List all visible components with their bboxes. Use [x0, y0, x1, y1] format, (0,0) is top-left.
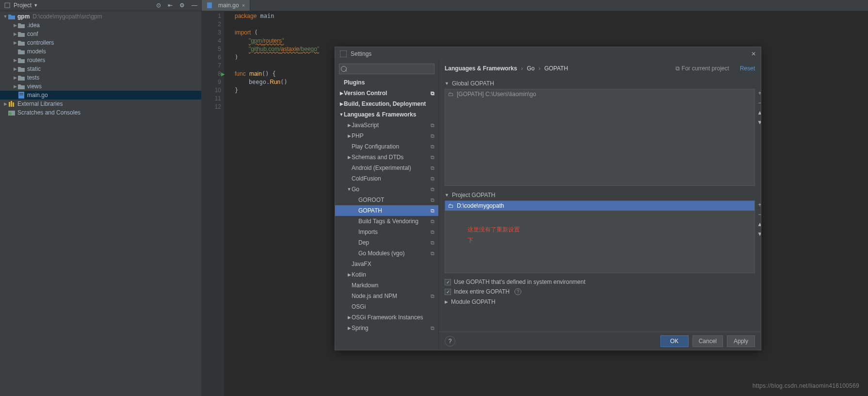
dialog-footer: ? OK Cancel Apply [439, 331, 761, 350]
nav-lang[interactable]: ▼Languages & Frameworks [335, 109, 438, 120]
scope-icon: ⧉ [431, 250, 434, 257]
run-gutter-icon[interactable]: ▶ [221, 70, 225, 78]
chevron-right-icon[interactable]: ▶ [13, 84, 17, 89]
nav-android[interactable]: Android (Experimental)⧉ [335, 163, 438, 173]
tree-root[interactable]: ▼ gpm D:\code\mygopath\src\gpm [0, 12, 201, 21]
dialog-titlebar[interactable]: Settings ✕ [335, 47, 761, 61]
project-gopath-list[interactable]: 🗀D:\code\mygopath 这里没有了重新设置下 + − ▲ ▼ [445, 200, 755, 273]
chevron-right-icon[interactable]: ▶ [13, 40, 17, 45]
settings-search-input[interactable] [339, 64, 434, 74]
external-libraries[interactable]: ▶External Libraries [0, 99, 201, 108]
help-button[interactable]: ? [445, 336, 455, 346]
cancel-button[interactable]: Cancel [692, 335, 723, 347]
nav-build[interactable]: ▶Build, Execution, Deployment [335, 99, 438, 109]
tree-folder[interactable]: ▶.idea [0, 21, 201, 30]
ok-button[interactable]: OK [660, 335, 689, 347]
scope-icon: ⧉ [431, 176, 434, 182]
apply-button[interactable]: Apply [727, 335, 755, 347]
nav-vgo[interactable]: Go Modules (vgo)⧉ [335, 248, 438, 259]
folder-icon [17, 83, 25, 89]
nav-schemas[interactable]: ▶Schemas and DTDs⧉ [335, 152, 438, 163]
project-gopath-head[interactable]: ▼Project GOPATH [445, 190, 755, 200]
scope-icon: ⧉ [431, 293, 434, 299]
nav-cold[interactable]: ColdFusion⧉ [335, 173, 438, 184]
down-icon[interactable]: ▼ [757, 118, 761, 126]
global-gopath-list[interactable]: 🗀[GOPATH] C:\Users\liaomin\go + − ▲ ▼ [445, 89, 755, 186]
chevron-right-icon[interactable]: ▶ [13, 66, 17, 71]
tree-folder[interactable]: ▶views [0, 82, 201, 91]
remove-icon[interactable]: − [758, 99, 761, 107]
nav-javafx[interactable]: JavaFX [335, 259, 438, 269]
nav-plugins[interactable]: Plugins [335, 77, 438, 88]
folder-icon [17, 57, 25, 63]
checkbox-checked-icon[interactable]: ✓ [445, 289, 451, 295]
chevron-right-icon[interactable]: ▶ [13, 75, 17, 80]
checkbox-checked-icon[interactable]: ✓ [445, 279, 451, 285]
nav-markdown[interactable]: Markdown [335, 280, 438, 291]
tree-folder[interactable]: ▶models [0, 47, 201, 56]
use-system-gopath-checkbox[interactable]: ✓Use GOPATH that's defined in system env… [445, 277, 755, 287]
nav-node[interactable]: Node.js and NPM⧉ [335, 291, 438, 301]
nav-goroot[interactable]: GOROOT⧉ [335, 195, 438, 205]
hide-icon[interactable]: — [192, 2, 197, 9]
nav-osgi[interactable]: OSGi [335, 301, 438, 312]
nav-dep[interactable]: Dep⧉ [335, 237, 438, 248]
tree-folder[interactable]: ▶tests [0, 73, 201, 82]
chevron-right-icon[interactable]: ▶ [13, 23, 17, 28]
tree-folder[interactable]: ▶routers [0, 56, 201, 65]
tree-folder[interactable]: ▶controllers [0, 38, 201, 47]
reset-link[interactable]: Reset [740, 65, 755, 72]
nav-play[interactable]: Play Configuration⧉ [335, 141, 438, 152]
close-icon[interactable]: × [242, 2, 245, 8]
up-icon[interactable]: ▲ [757, 109, 761, 116]
module-gopath-head[interactable]: ▶Module GOPATH [445, 297, 755, 307]
tree-folder[interactable]: ▶static [0, 65, 201, 73]
nav-spring[interactable]: ▶Spring⧉ [335, 323, 438, 333]
add-icon[interactable]: + [758, 89, 761, 97]
nav-kotlin[interactable]: ▶Kotlin [335, 269, 438, 280]
project-tool-title[interactable]: Project [14, 2, 32, 9]
list-item[interactable]: 🗀D:\code\mygopath [445, 201, 755, 211]
close-icon[interactable]: ✕ [751, 50, 756, 57]
svg-rect-0 [5, 3, 10, 8]
nav-osgifw[interactable]: ▶OSGi Framework Instances [335, 312, 438, 323]
down-icon[interactable]: ▼ [757, 230, 761, 238]
chevron-right-icon[interactable]: ▶ [13, 58, 17, 63]
locate-icon[interactable]: ⊙ [156, 2, 161, 9]
tree-folder[interactable]: ▶conf [0, 30, 201, 38]
index-gopath-checkbox[interactable]: ✓Index entire GOPATH? [445, 287, 755, 297]
nav-go[interactable]: ▼Go⧉ [335, 184, 438, 195]
up-icon[interactable]: ▲ [757, 220, 761, 228]
help-icon[interactable]: ? [514, 288, 521, 295]
scope-icon: ⧉ [431, 154, 434, 161]
nav-tags[interactable]: Build Tags & Vendoring⧉ [335, 216, 438, 227]
library-icon [8, 101, 16, 107]
settings-icon[interactable]: ⚙ [179, 2, 185, 9]
nav-imports[interactable]: Imports⧉ [335, 227, 438, 237]
remove-icon[interactable]: − [758, 211, 761, 218]
global-gopath-head[interactable]: ▼Global GOPATH [445, 78, 755, 89]
nav-vcs[interactable]: ▶Version Control⧉ [335, 88, 438, 99]
project-tool-header: Project ▼ ⊙ ⇤ ⚙ — [0, 0, 201, 11]
settings-nav-list[interactable]: Plugins ▶Version Control⧉ ▶Build, Execut… [335, 77, 438, 350]
add-icon[interactable]: + [758, 201, 761, 209]
dropdown-icon[interactable]: ▼ [33, 3, 38, 8]
editor-tab[interactable]: main.go × [202, 0, 250, 11]
scope-icon: ⧉ [431, 325, 434, 331]
folder-icon [17, 49, 25, 54]
nav-php[interactable]: ▶PHP⧉ [335, 131, 438, 141]
gopath-panel: ▼Global GOPATH 🗀[GOPATH] C:\Users\liaomi… [439, 76, 761, 331]
project-tree[interactable]: ▼ gpm D:\code\mygopath\src\gpm ▶.idea ▶c… [0, 11, 201, 396]
for-project-label: ⧉For current project [675, 65, 729, 72]
nav-js[interactable]: ▶JavaScript⧉ [335, 120, 438, 131]
scope-icon: ⧉ [431, 186, 434, 193]
nav-gopath[interactable]: GOPATH⧉ [335, 205, 438, 216]
tree-file-selected[interactable]: ▶main.go [0, 91, 201, 99]
settings-nav: Plugins ▶Version Control⧉ ▶Build, Execut… [335, 61, 439, 350]
chevron-right-icon[interactable]: ▶ [3, 101, 8, 106]
chevron-down-icon[interactable]: ▼ [3, 14, 8, 19]
list-item[interactable]: 🗀[GOPATH] C:\Users\liaomin\go [445, 89, 755, 99]
chevron-right-icon[interactable]: ▶ [13, 32, 17, 36]
scratches-consoles[interactable]: ▶Scratches and Consoles [0, 108, 201, 117]
collapse-icon[interactable]: ⇤ [168, 2, 173, 9]
